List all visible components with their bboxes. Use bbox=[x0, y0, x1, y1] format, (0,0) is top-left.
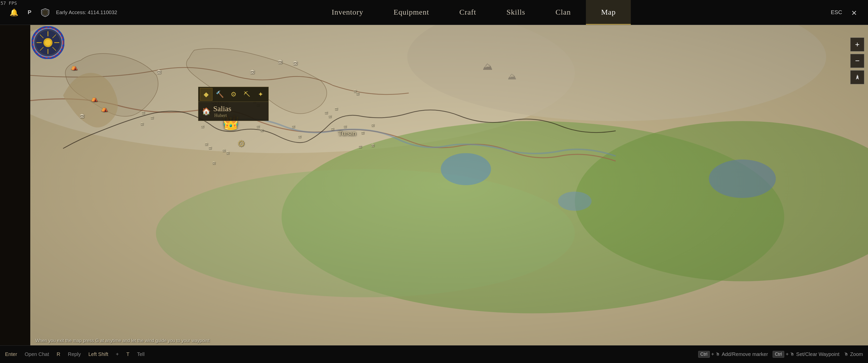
ctrl-key-1: Ctrl bbox=[698, 351, 710, 358]
tool-hammer[interactable]: 🔨 bbox=[214, 88, 226, 101]
location-subname: Hubert bbox=[214, 113, 231, 118]
map-marker-8: 🏚 bbox=[80, 113, 85, 120]
mouse-icon-2: 🖱 bbox=[790, 352, 795, 357]
map-marker-7: ⛺ bbox=[101, 106, 108, 112]
map-marker-sm-16: 🏚 bbox=[298, 135, 302, 139]
svg-rect-11 bbox=[30, 25, 868, 345]
label-reply: Reply bbox=[68, 352, 81, 357]
map-marker-sm-22: 🏚 bbox=[358, 145, 362, 149]
map-marker-sm-21: 🏚 bbox=[334, 107, 338, 111]
key-combo-add-marker: Ctrl + 🖱 Add/Remove marker bbox=[698, 351, 768, 358]
ctrl-key-2: Ctrl bbox=[773, 351, 784, 358]
notification-icon[interactable]: 🔔 bbox=[7, 6, 20, 19]
label-plus: + bbox=[116, 352, 119, 357]
key-combo-zoom: 🖱 Zoom bbox=[844, 352, 863, 357]
map-marker-sm-1: 🏚 bbox=[141, 111, 145, 115]
north-button[interactable]: N bbox=[850, 70, 864, 84]
map-marker-5: 🏚 bbox=[250, 69, 255, 76]
location-popup-toolbar: ◆ 🔨 ⚙ ⛏ ✦ bbox=[198, 87, 269, 102]
svg-point-16 bbox=[45, 40, 51, 45]
tool-pickaxe[interactable]: ⛏ bbox=[241, 88, 253, 101]
tab-skills[interactable]: Skills bbox=[491, 0, 540, 25]
bottombar-left: Enter Open Chat R Reply Left Shift + T T… bbox=[5, 352, 145, 357]
key-r: R bbox=[57, 352, 60, 357]
bottombar: Enter Open Chat R Reply Left Shift + T T… bbox=[0, 345, 868, 363]
plus-label-1: + bbox=[711, 352, 714, 357]
add-marker-label: Add/Remove marker bbox=[722, 352, 768, 357]
tab-equipment[interactable]: Equipment bbox=[378, 0, 444, 25]
top-icons: 🔔 P bbox=[7, 6, 52, 19]
early-access-label: Early Access: 4114.110032 bbox=[56, 9, 117, 15]
map-marker-4: 🏚 bbox=[293, 60, 298, 67]
label-tell: Tell bbox=[137, 352, 145, 357]
map-marker-2: 🏚 bbox=[156, 69, 162, 76]
profile-p-icon[interactable]: P bbox=[23, 6, 36, 19]
map-marker-sm-14: 🏚 bbox=[226, 151, 230, 156]
bottombar-right: Ctrl + 🖱 Add/Remove marker Ctrl + 🖱 Set/… bbox=[698, 351, 863, 358]
map-marker-sm-10: 🏚 bbox=[200, 125, 205, 129]
key-t: T bbox=[126, 352, 129, 357]
location-house-icon: 🏠 bbox=[202, 107, 211, 116]
close-button[interactable]: ✕ bbox=[848, 6, 861, 19]
location-name-area: 🏠 Salias Hubert bbox=[198, 102, 269, 121]
top-right-controls: ESC ✕ bbox=[830, 6, 861, 19]
nav-tabs: Inventory Equipment Craft Skills Clan Ma… bbox=[316, 0, 631, 25]
left-sidebar bbox=[0, 25, 30, 345]
map-svg: ⛰ ⛰ bbox=[30, 25, 868, 345]
map-marker-sm-24: 🏚 bbox=[361, 131, 365, 135]
map-marker-sm-20: 🏚 bbox=[328, 114, 332, 119]
map-marker-sm-3: 🏚 bbox=[140, 122, 144, 127]
tab-craft[interactable]: Craft bbox=[444, 0, 492, 25]
map-marker-3: 🏚 bbox=[278, 59, 283, 66]
map-marker-sm-12: 🏚 bbox=[208, 146, 212, 151]
tab-map[interactable]: Map bbox=[586, 0, 631, 25]
label-open-chat: Open Chat bbox=[25, 352, 49, 357]
key-enter: Enter bbox=[5, 352, 17, 357]
waypoint-label: Set/Clear Waypoint bbox=[796, 352, 839, 357]
tool-gear[interactable]: ⚙ bbox=[227, 88, 240, 101]
esc-button[interactable]: ESC bbox=[830, 6, 843, 19]
shield-icon[interactable] bbox=[39, 6, 52, 19]
zoom-in-button[interactable]: + bbox=[850, 38, 864, 52]
map-marker-sm-15: 🏚 bbox=[212, 161, 216, 166]
map-hint: When you exit the map press G at anytime… bbox=[35, 338, 210, 343]
zoom-controls: + − N bbox=[850, 38, 864, 84]
map-marker-sm-7: 🏚 bbox=[256, 125, 260, 129]
map-marker-sm-18: 🏚 bbox=[343, 125, 347, 129]
zoom-label: Zoom bbox=[850, 352, 863, 357]
map-marker-sm-9: 🏚 bbox=[291, 125, 296, 129]
mouse-icon-1: 🖱 bbox=[716, 352, 720, 357]
map-marker-sm-13: 🏚 bbox=[222, 148, 226, 153]
map-marker-sm-27: 🏚 bbox=[356, 92, 360, 96]
map-marker-sm-17: 🏚 bbox=[331, 127, 335, 132]
key-combo-waypoint: Ctrl + 🖱 Set/Clear Waypoint bbox=[773, 351, 839, 358]
mouse-icon-3: 🖱 bbox=[844, 352, 848, 357]
map-marker-sm-25: 🏚 bbox=[371, 123, 375, 128]
svg-text:N: N bbox=[857, 75, 859, 78]
location-name: Salias bbox=[213, 104, 231, 113]
tab-clan[interactable]: Clan bbox=[540, 0, 586, 25]
map-marker-sm-8: 🏚 bbox=[260, 128, 264, 133]
plus-label-2: + bbox=[786, 352, 789, 357]
map-marker-sm-23: 🏚 bbox=[371, 143, 375, 148]
map-marker-sm-2: 🏚 bbox=[150, 116, 154, 120]
map-marker-1: ⛺ bbox=[71, 64, 78, 71]
map-marker-6: ⛺ bbox=[91, 96, 98, 102]
location-popup: ◆ 🔨 ⚙ ⛏ ✦ 🏠 Salias Hubert bbox=[198, 87, 269, 121]
map-gear-icon: ⚙ bbox=[237, 138, 245, 149]
map-container[interactable]: ⛰ ⛰ bbox=[30, 25, 868, 345]
map-marker-sm-11: 🏚 bbox=[205, 142, 209, 147]
tool-star[interactable]: ✦ bbox=[254, 88, 267, 101]
tab-inventory[interactable]: Inventory bbox=[316, 0, 378, 25]
tool-diamond[interactable]: ◆ bbox=[200, 88, 213, 101]
topbar: 57 FPS 🔔 P Early Access: 4114.110032 Inv… bbox=[0, 0, 868, 25]
key-leftshift: Left Shift bbox=[88, 352, 108, 357]
compass-rose bbox=[32, 26, 64, 59]
map-marker-sm-19: 🏚 bbox=[324, 111, 328, 115]
zoom-out-button[interactable]: − bbox=[850, 54, 864, 68]
fps-display: 57 FPS bbox=[0, 0, 17, 6]
